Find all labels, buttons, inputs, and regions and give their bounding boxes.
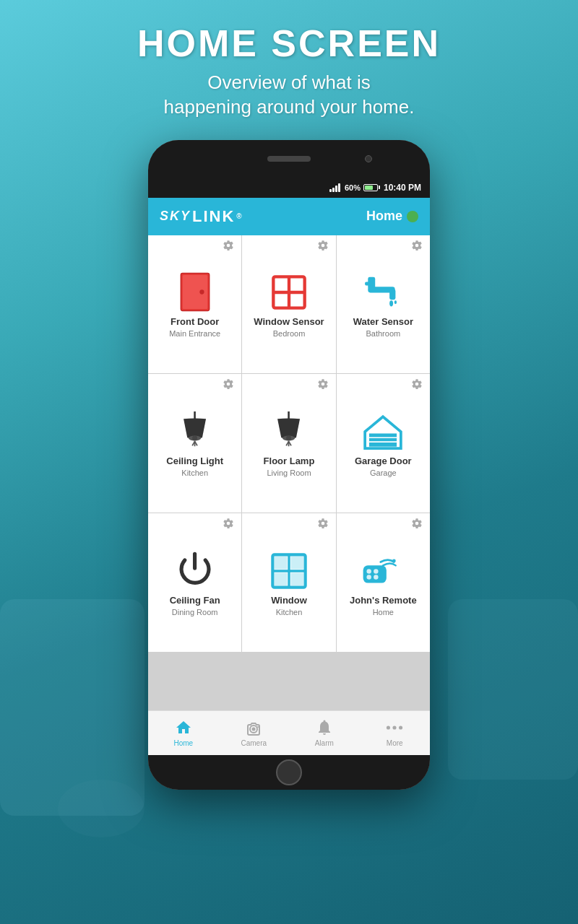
device-cell-window-sensor[interactable]: Window Sensor Bedroom xyxy=(242,235,335,374)
logo-sky: SKY xyxy=(160,209,191,224)
floor-lamp-icon xyxy=(267,411,311,451)
speaker-grill xyxy=(267,156,311,162)
svg-rect-31 xyxy=(275,556,288,569)
nav-label-alarm: Alarm xyxy=(315,739,334,747)
front-camera xyxy=(365,155,372,162)
gear-icon[interactable] xyxy=(317,240,330,253)
device-cell-ceiling-light[interactable]: Ceiling Light Kitchen xyxy=(148,374,241,513)
device-location-garage-door: Garage xyxy=(370,468,397,477)
svg-rect-9 xyxy=(389,289,395,300)
device-name-ceiling-fan: Ceiling Fan xyxy=(170,595,220,606)
door-icon xyxy=(173,272,217,312)
phone-top-bezel xyxy=(148,140,430,178)
svg-point-45 xyxy=(393,726,397,730)
nav-label-more: More xyxy=(387,739,403,747)
gear-icon[interactable] xyxy=(223,518,236,531)
nav-label-camera: Camera xyxy=(241,739,267,747)
svg-rect-8 xyxy=(365,282,371,285)
logo-link: LINK xyxy=(192,207,235,226)
device-name-ceiling-light: Ceiling Light xyxy=(166,456,223,467)
alarm-nav-icon xyxy=(315,718,334,737)
device-name-floor-lamp: Floor Lamp xyxy=(264,456,315,467)
home-nav-icon xyxy=(174,718,193,737)
device-cell-ceiling-fan[interactable]: Ceiling Fan Dining Room xyxy=(148,513,241,652)
app-header: SKY LINK ® Home xyxy=(148,198,430,235)
svg-point-38 xyxy=(367,575,371,579)
garage-door-icon xyxy=(361,411,405,451)
status-bar: 60% 10:40 PM xyxy=(148,178,430,198)
phone-shell: 60% 10:40 PM SKY LINK ® Home xyxy=(148,140,430,790)
bottom-nav: Home Camera xyxy=(148,710,430,755)
device-location-johns-remote: Home xyxy=(373,608,394,616)
svg-point-11 xyxy=(394,300,397,304)
device-name-johns-remote: John's Remote xyxy=(350,595,417,606)
phone-home-button[interactable] xyxy=(276,759,302,785)
faucet-icon xyxy=(361,272,405,312)
gear-icon[interactable] xyxy=(317,518,330,531)
page-subtitle: Overview of what ishappening around your… xyxy=(137,71,441,120)
svg-rect-32 xyxy=(291,556,304,569)
phone-bottom-bezel xyxy=(148,755,430,790)
svg-point-46 xyxy=(399,726,402,730)
svg-point-37 xyxy=(374,569,378,573)
nav-item-more[interactable]: More xyxy=(360,711,431,755)
svg-point-14 xyxy=(192,435,197,440)
gear-icon[interactable] xyxy=(411,518,424,531)
device-location-ceiling-light: Kitchen xyxy=(181,468,208,477)
page-title: HOME SCREEN xyxy=(137,22,441,65)
battery-percent: 60% xyxy=(345,183,361,192)
device-cell-water-sensor[interactable]: Water Sensor Bathroom xyxy=(337,235,430,374)
nav-label-home: Home xyxy=(173,739,193,747)
device-cell-window[interactable]: Window Kitchen xyxy=(242,513,335,652)
svg-rect-24 xyxy=(369,433,397,446)
logo-reg: ® xyxy=(236,212,243,220)
device-cell-front-door[interactable]: Front Door Main Entrance xyxy=(148,235,241,374)
gear-icon[interactable] xyxy=(223,378,236,391)
camera-nav-icon xyxy=(244,718,263,737)
svg-rect-33 xyxy=(275,572,288,585)
gear-icon[interactable] xyxy=(223,240,236,253)
gear-icon[interactable] xyxy=(317,378,330,391)
intro-section: HOME SCREEN Overview of what ishappening… xyxy=(137,22,441,120)
gear-icon[interactable] xyxy=(411,240,424,253)
device-cell-floor-lamp[interactable]: Floor Lamp Living Room xyxy=(242,374,335,513)
svg-rect-35 xyxy=(363,565,387,583)
window-sensor-icon xyxy=(267,272,311,312)
svg-point-44 xyxy=(387,726,390,730)
app-logo: SKY LINK ® xyxy=(160,207,243,226)
nav-item-camera[interactable]: Camera xyxy=(219,711,290,755)
device-grid: Front Door Main Entrance xyxy=(148,235,430,710)
svg-point-2 xyxy=(199,290,204,295)
device-location-window: Kitchen xyxy=(276,608,303,616)
device-cell-garage-door[interactable]: Garage Door Garage xyxy=(337,374,430,513)
device-location-water-sensor: Bathroom xyxy=(366,329,400,338)
device-location-window-sensor: Bedroom xyxy=(273,329,306,338)
signal-icon xyxy=(329,183,340,192)
app-screen: SKY LINK ® Home xyxy=(148,198,430,755)
device-name-garage-door: Garage Door xyxy=(355,456,412,467)
svg-point-20 xyxy=(286,435,291,440)
svg-point-10 xyxy=(389,300,393,306)
nav-item-alarm[interactable]: Alarm xyxy=(289,711,360,755)
svg-point-36 xyxy=(367,569,371,573)
home-label: Home xyxy=(366,209,402,224)
device-location-ceiling-fan: Dining Room xyxy=(172,608,218,616)
device-cell-johns-remote[interactable]: John's Remote Home xyxy=(337,513,430,652)
device-name-front-door: Front Door xyxy=(171,316,219,328)
svg-point-42 xyxy=(252,728,256,731)
ceiling-light-icon xyxy=(173,411,217,451)
device-location-floor-lamp: Living Room xyxy=(267,468,311,477)
remote-icon xyxy=(361,551,405,590)
svg-rect-34 xyxy=(291,572,304,585)
svg-point-39 xyxy=(374,575,378,579)
nav-item-home[interactable]: Home xyxy=(148,711,219,755)
battery-icon xyxy=(363,184,378,191)
time-display: 10:40 PM xyxy=(384,183,421,193)
more-nav-icon xyxy=(385,718,404,737)
svg-point-43 xyxy=(257,726,259,728)
window-icon xyxy=(267,551,311,590)
device-name-window-sensor: Window Sensor xyxy=(254,316,324,328)
connection-status-dot xyxy=(407,211,418,222)
gear-icon[interactable] xyxy=(411,378,424,391)
device-location-front-door: Main Entrance xyxy=(169,329,220,338)
